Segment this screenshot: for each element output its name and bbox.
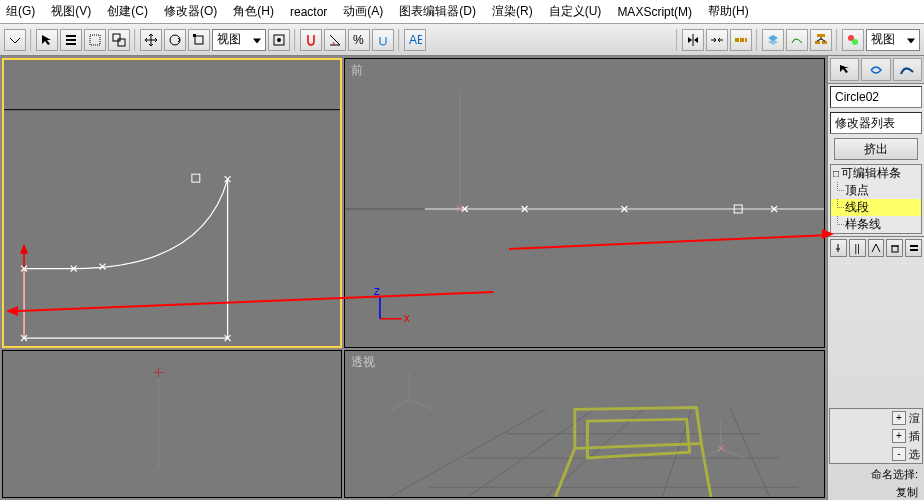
svg-rect-3	[90, 35, 100, 45]
rollout-render-label: 渲	[909, 411, 920, 426]
annotation-arrow-2-head	[822, 229, 834, 239]
svg-rect-14	[740, 38, 744, 42]
svg-point-6	[170, 35, 180, 45]
menu-customize[interactable]: 自定义(U)	[549, 3, 602, 20]
command-panel-tabs	[828, 56, 924, 84]
named-selection-label: 命名选择:	[828, 467, 924, 482]
stack-vertex-label: 顶点	[845, 182, 869, 199]
svg-line-46	[409, 400, 432, 410]
percent-snap-button[interactable]: %	[348, 29, 370, 51]
stack-sub-spline[interactable]: 样条线	[831, 216, 921, 233]
svg-rect-5	[118, 39, 125, 46]
svg-rect-0	[66, 35, 76, 37]
window-crossing-button[interactable]	[108, 29, 130, 51]
modifier-stack: 可编辑样条 顶点 线段 样条线	[830, 164, 922, 234]
reference-coord-select[interactable]: 视图	[212, 29, 266, 51]
svg-line-34	[390, 409, 546, 497]
menu-graph-editors[interactable]: 图表编辑器(D)	[399, 3, 476, 20]
show-end-result-button[interactable]: ||	[849, 239, 866, 257]
rotate-button[interactable]	[164, 29, 186, 51]
svg-line-47	[390, 400, 409, 412]
viewport-perspective[interactable]: 透视	[344, 350, 825, 498]
scale-button[interactable]	[188, 29, 210, 51]
stack-button-row: ||	[828, 236, 924, 259]
menu-group[interactable]: 组(G)	[6, 3, 35, 20]
rollout-interpolation[interactable]: +插	[830, 427, 922, 445]
stack-sub-vertex[interactable]: 顶点	[831, 182, 921, 199]
menu-character[interactable]: 角色(H)	[233, 3, 274, 20]
main-area: 前	[0, 56, 924, 500]
tab-hierarchy[interactable]	[893, 58, 922, 81]
svg-line-38	[731, 409, 770, 497]
stack-spline-label: 样条线	[845, 216, 881, 233]
view-select-right[interactable]: 视图	[866, 29, 920, 51]
rollout-selection[interactable]: -选	[830, 445, 922, 463]
dropdown-button[interactable]	[4, 29, 26, 51]
rollouts-group: +渲 +插 -选	[829, 408, 923, 464]
stack-sub-segment[interactable]: 线段	[831, 199, 921, 216]
move-button[interactable]	[140, 29, 162, 51]
svg-rect-24	[192, 174, 200, 182]
svg-rect-50	[910, 249, 918, 251]
svg-rect-7	[195, 36, 203, 44]
material-editor-button[interactable]	[842, 29, 864, 51]
svg-rect-17	[815, 41, 820, 44]
svg-text:x: x	[404, 311, 410, 325]
make-unique-button[interactable]	[868, 239, 885, 257]
svg-rect-15	[745, 38, 747, 42]
menu-create[interactable]: 创建(C)	[107, 3, 148, 20]
svg-rect-2	[66, 43, 76, 45]
menu-help[interactable]: 帮助(H)	[708, 3, 749, 20]
spinner-snap-button[interactable]	[372, 29, 394, 51]
array-button[interactable]	[730, 29, 752, 51]
stack-segment-label: 线段	[845, 199, 869, 216]
configure-modifier-button[interactable]	[905, 239, 922, 257]
object-name-text: Circle02	[835, 90, 879, 104]
command-panel: Circle02 修改器列表 挤出 可编辑样条 顶点 线段 样条线 || +渲 …	[827, 56, 924, 500]
tab-create[interactable]	[830, 58, 859, 81]
menu-reactor[interactable]: reactor	[290, 5, 327, 19]
svg-point-9	[277, 38, 281, 42]
rollout-interp-label: 插	[909, 429, 920, 444]
extrude-button[interactable]: 挤出	[834, 138, 918, 160]
rollout-selection-label: 选	[909, 447, 920, 462]
object-name-field[interactable]: Circle02	[830, 86, 922, 108]
select-by-name-button[interactable]	[60, 29, 82, 51]
viewport-front[interactable]: 前	[344, 58, 825, 348]
remove-modifier-button[interactable]	[886, 239, 903, 257]
pin-stack-button[interactable]	[830, 239, 847, 257]
svg-text:ABC: ABC	[409, 33, 422, 47]
svg-text:%: %	[353, 33, 364, 47]
menu-animation[interactable]: 动画(A)	[343, 3, 383, 20]
stack-editable-spline[interactable]: 可编辑样条	[831, 165, 921, 182]
modifier-list-dropdown[interactable]: 修改器列表	[830, 112, 922, 134]
svg-line-43	[721, 448, 744, 458]
menu-view[interactable]: 视图(V)	[51, 3, 91, 20]
curve-editor-button[interactable]	[786, 29, 808, 51]
svg-rect-4	[113, 34, 120, 41]
menu-maxscript[interactable]: MAXScript(M)	[617, 5, 692, 19]
menu-render[interactable]: 渲染(R)	[492, 3, 533, 20]
snap-toggle-button[interactable]	[300, 29, 322, 51]
viewport-grid: 前	[0, 56, 827, 500]
tab-modify[interactable]	[861, 58, 890, 81]
layer-manager-button[interactable]	[762, 29, 784, 51]
viewport-bottom-left[interactable]	[2, 350, 342, 498]
reference-coord-label: 视图	[217, 31, 241, 48]
svg-rect-16	[817, 34, 825, 37]
rollout-render[interactable]: +渲	[830, 409, 922, 427]
pivot-center-button[interactable]	[268, 29, 290, 51]
view-select-right-label: 视图	[871, 31, 895, 48]
menu-modifiers[interactable]: 修改器(O)	[164, 3, 217, 20]
select-region-button[interactable]	[84, 29, 106, 51]
expand-icon: +	[892, 411, 906, 425]
angle-snap-button[interactable]	[324, 29, 346, 51]
extrude-label: 挤出	[864, 141, 888, 158]
schematic-view-button[interactable]	[810, 29, 832, 51]
select-object-button[interactable]	[36, 29, 58, 51]
named-selection-button[interactable]: ABC	[404, 29, 426, 51]
svg-rect-18	[822, 41, 827, 44]
expand-icon: +	[892, 429, 906, 443]
mirror-button[interactable]	[682, 29, 704, 51]
align-button[interactable]	[706, 29, 728, 51]
